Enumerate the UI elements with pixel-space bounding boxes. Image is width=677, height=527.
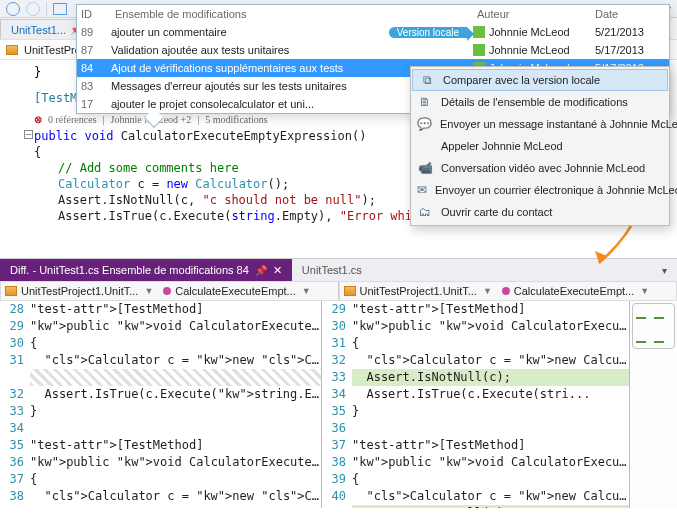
menu-item-icon: ⧉ bbox=[419, 73, 435, 87]
menu-item-icon: 🗂 bbox=[417, 205, 433, 219]
line-number: 30 bbox=[0, 335, 24, 352]
presence-icon bbox=[473, 44, 485, 56]
line-number: 37 bbox=[322, 437, 346, 454]
context-menu-item[interactable]: Appeler Johnnie McLeod bbox=[411, 135, 669, 157]
hist-msg: ajouter le projet consolecalculator et u… bbox=[111, 98, 369, 110]
line-number: 35 bbox=[0, 437, 24, 454]
code-line bbox=[352, 420, 629, 437]
bc-mem-l[interactable]: CalculateExecuteEmpt... bbox=[175, 285, 295, 297]
diff-pane-left[interactable]: 2829303132333435363738 "test-attr">[Test… bbox=[0, 301, 322, 508]
context-menu-item[interactable]: ⧉Comparer avec la version locale bbox=[412, 69, 668, 91]
bc-proj-l[interactable]: UnitTestProject1.UnitT... bbox=[21, 285, 138, 297]
pin-icon[interactable]: 📌 bbox=[255, 265, 267, 276]
local-version-badge: Version locale bbox=[389, 27, 467, 38]
code-line: Assert.IsNotNull(c); bbox=[352, 505, 629, 508]
line-number: 34 bbox=[0, 420, 24, 437]
code-line: "test-attr">[TestMethod] bbox=[30, 301, 321, 318]
diff-nav-bar: UnitTestProject1.UnitT...▼ CalculateExec… bbox=[0, 281, 677, 301]
method-icon bbox=[502, 287, 510, 295]
menu-item-label: Envoyer un courrier électronique à Johnn… bbox=[435, 184, 677, 196]
codelens-refs[interactable]: 0 références bbox=[48, 112, 97, 128]
hist-msg: Ajout de vérifications supplémentaires a… bbox=[111, 62, 369, 74]
hist-author: Johnnie McLeod bbox=[473, 26, 591, 38]
code-line: "kw">public "kw">void CalculatorExecuteE… bbox=[30, 318, 321, 335]
hist-id: 83 bbox=[77, 80, 111, 92]
line-number: 35 bbox=[322, 403, 346, 420]
history-row[interactable]: 89ajouter un commentaireVersion localeJo… bbox=[77, 23, 669, 41]
diff-tab-active[interactable]: Diff. - UnitTest1.cs Ensemble de modific… bbox=[0, 259, 292, 281]
hist-id: 17 bbox=[77, 98, 111, 110]
nav-forward-button[interactable] bbox=[26, 2, 40, 16]
diff-pane-right[interactable]: 29303132333435363738394041 "test-attr">[… bbox=[322, 301, 630, 508]
diff-nav-left: UnitTestProject1.UnitT...▼ CalculateExec… bbox=[0, 281, 339, 301]
bc-proj-r[interactable]: UnitTestProject1.UnitT... bbox=[360, 285, 477, 297]
code-line: "cls">Calculator c = "kw">new Calculat..… bbox=[352, 488, 629, 505]
hist-date: 5/17/2013 bbox=[591, 44, 671, 56]
line-number: 34 bbox=[322, 386, 346, 403]
close-icon[interactable]: ✕ bbox=[273, 264, 282, 277]
bc-mem-r[interactable]: CalculateExecuteEmpt... bbox=[514, 285, 634, 297]
code-line: "kw">public "kw">void CalculatorExecuteN… bbox=[352, 454, 629, 471]
hist-date: 5/21/2013 bbox=[591, 26, 671, 38]
menu-item-label: Comparer avec la version locale bbox=[443, 74, 600, 86]
menu-item-icon: 💬 bbox=[417, 117, 432, 131]
code-line: "cls">Calculator c = "kw">new "cls">Calc… bbox=[30, 488, 321, 505]
menu-item-icon: 🗎 bbox=[417, 95, 433, 109]
diff-tab-b-title: UnitTest1.cs bbox=[302, 264, 362, 276]
code-line: Assert.IsTrue(c.Execute("kw">string.Empt… bbox=[30, 386, 321, 403]
menu-item-icon: 📹 bbox=[417, 161, 433, 175]
diff-tab-secondary[interactable]: UnitTest1.cs ▾ bbox=[292, 259, 677, 281]
col-date[interactable]: Date bbox=[591, 8, 671, 20]
context-menu-item[interactable]: 🗎Détails de l'ensemble de modifications bbox=[411, 91, 669, 113]
code-line bbox=[30, 420, 321, 437]
code-line: "test-attr">[TestMethod] bbox=[352, 437, 629, 454]
menu-item-label: Appeler Johnnie McLeod bbox=[441, 140, 563, 152]
history-row[interactable]: 87Validation ajoutée aux tests unitaires… bbox=[77, 41, 669, 59]
line-number: 33 bbox=[0, 403, 24, 420]
diff-overview-ruler[interactable] bbox=[630, 301, 677, 508]
tab-overflow-icon[interactable]: ▾ bbox=[662, 265, 667, 276]
line-number: 31 bbox=[322, 335, 346, 352]
history-header: ID Ensemble de modifications Auteur Date bbox=[77, 5, 669, 23]
context-menu-item[interactable]: 📹Conversation vidéo avec Johnnie McLeod bbox=[411, 157, 669, 179]
line-number: 30 bbox=[322, 318, 346, 335]
code-line: { bbox=[352, 471, 629, 488]
code-line: { bbox=[30, 471, 321, 488]
col-author[interactable]: Auteur bbox=[473, 8, 591, 20]
presence-icon bbox=[473, 26, 485, 38]
tab-title: UnitTest1... bbox=[11, 24, 66, 36]
context-menu-item[interactable]: ✉Envoyer un courrier électronique à John… bbox=[411, 179, 669, 201]
line-number: 32 bbox=[0, 386, 24, 403]
menu-item-label: Détails de l'ensemble de modifications bbox=[441, 96, 628, 108]
hist-id: 89 bbox=[77, 26, 111, 38]
new-item-button[interactable] bbox=[53, 3, 67, 15]
diff-nav-right: UnitTestProject1.UnitT...▼ CalculateExec… bbox=[339, 281, 678, 301]
line-number: 39 bbox=[322, 471, 346, 488]
diff-tab-strip: Diff. - UnitTest1.cs Ensemble de modific… bbox=[0, 259, 677, 281]
context-menu-item[interactable]: 🗂Ouvrir carte du contact bbox=[411, 201, 669, 223]
diff-view: Diff. - UnitTest1.cs Ensemble de modific… bbox=[0, 258, 677, 527]
code-line: "cls">Calculator c = "kw">new Calculat..… bbox=[352, 352, 629, 369]
col-mod[interactable]: Ensemble de modifications bbox=[111, 8, 369, 20]
nav-back-button[interactable] bbox=[6, 2, 20, 16]
line-number: 29 bbox=[322, 301, 346, 318]
outline-toggle-icon[interactable]: – bbox=[24, 130, 33, 139]
hist-id: 84 bbox=[77, 62, 111, 74]
code-line: { bbox=[30, 335, 321, 352]
context-menu-item[interactable]: 💬Envoyer un message instantané à Johnnie… bbox=[411, 113, 669, 135]
code-line: Assert.IsNotNull(c); bbox=[352, 369, 629, 386]
col-id[interactable]: ID bbox=[77, 8, 111, 20]
line-number: 31 bbox=[0, 352, 24, 369]
line-number: 32 bbox=[322, 352, 346, 369]
method-icon bbox=[163, 287, 171, 295]
code-line: "kw">public "kw">void CalculatorExecute.… bbox=[352, 318, 629, 335]
line-number bbox=[0, 369, 24, 386]
codelens-changes[interactable]: 5 modifications bbox=[205, 112, 268, 128]
code-line: "test-attr">[TestMethod] bbox=[352, 301, 629, 318]
hist-msg: ajouter un commentaire bbox=[111, 26, 369, 38]
class-icon bbox=[344, 286, 356, 296]
menu-item-label: Conversation vidéo avec Johnnie McLeod bbox=[441, 162, 645, 174]
hist-msg: Messages d'erreur ajoutés sur les tests … bbox=[111, 80, 369, 92]
class-icon bbox=[5, 286, 17, 296]
line-number: 37 bbox=[0, 471, 24, 488]
